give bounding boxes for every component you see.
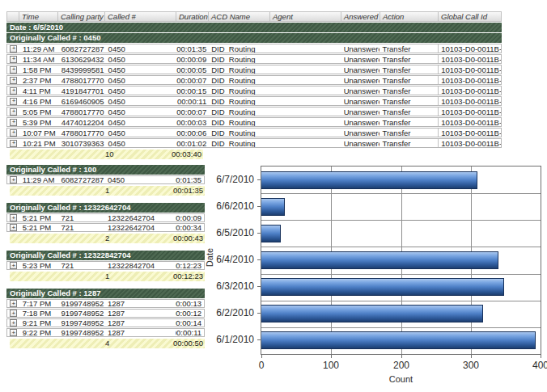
- expand-cell: +: [7, 176, 20, 183]
- cell-called: 12322642704: [105, 224, 176, 231]
- cell-time: 11:29 AM: [20, 176, 59, 183]
- column-header-agent: Agent: [270, 11, 341, 22]
- expand-cell: +: [7, 97, 20, 105]
- expand-row-button[interactable]: +: [10, 56, 17, 63]
- date-group-label: Date : 6/5/2010: [10, 23, 63, 32]
- expand-cell: +: [7, 76, 20, 84]
- table-row: +9:22 PM9199748952128700:00:11: [6, 328, 205, 337]
- expand-cell: +: [7, 319, 20, 327]
- chart-bar: [261, 251, 498, 269]
- expand-cell: +: [7, 55, 20, 63]
- cell-action: Transfer: [380, 86, 438, 95]
- cell-called: 1287: [105, 319, 176, 327]
- expand-row-button[interactable]: +: [10, 87, 17, 95]
- group-summary-row: 100:01:35: [10, 186, 205, 196]
- table-row: +11:34 AM6130629432045000:00:09DID_Routi…: [6, 54, 502, 64]
- table-row: +5:21 PM7211232264270400:00:34: [6, 223, 205, 232]
- cell-answered: Unanswered: [341, 139, 380, 147]
- table-row: +1:58 PM8439999581045000:00:05DID_Routin…: [6, 65, 502, 74]
- cell-action: Transfer: [380, 139, 438, 147]
- cell-time: 2:37 PM: [20, 76, 59, 84]
- column-header-acd-name: ACD Name: [209, 11, 270, 22]
- expand-row-button[interactable]: +: [10, 108, 17, 116]
- y-axis-tick: [257, 259, 261, 260]
- expand-cell: +: [7, 129, 20, 137]
- expand-row-button[interactable]: +: [10, 329, 17, 336]
- expand-row-button[interactable]: +: [10, 77, 17, 84]
- table-row: +5:39 PM4474012204045000:00:03DID_Routin…: [6, 117, 502, 127]
- table-row: +5:05 PM4788017770045000:00:07DID_Routin…: [6, 107, 502, 116]
- call-table: TimeCalling party #Called #DurationACD N…: [6, 11, 502, 159]
- cell-called: 0450: [106, 55, 177, 63]
- column-header-answered: Answered: [341, 11, 380, 22]
- expand-row-button[interactable]: +: [10, 140, 17, 147]
- cell-called: 1287: [105, 300, 176, 307]
- cell-answered: Unanswered: [341, 97, 380, 105]
- cell-called: 0450: [106, 139, 177, 147]
- cell-calling: 9199748952: [58, 319, 105, 327]
- expand-cell: +: [7, 329, 20, 336]
- report-section: Originally Called # : 12322642704+5:21 P…: [6, 203, 205, 243]
- expand-row-button[interactable]: +: [10, 224, 17, 231]
- cell-agent: [270, 118, 341, 126]
- cell-called: 0450: [106, 107, 177, 116]
- cell-calling: 3010739363: [59, 139, 106, 147]
- cell-called: 1287: [105, 329, 176, 336]
- cell-action: Transfer: [380, 118, 438, 126]
- expand-row-button[interactable]: +: [10, 300, 17, 307]
- report-section: Originally Called # : 12322842704+5:23 P…: [6, 251, 205, 281]
- call-detail-report: TimeCalling party #Called #DurationACD N…: [0, 0, 547, 392]
- cell-time: 9:21 PM: [20, 319, 59, 327]
- expand-row-button[interactable]: +: [10, 319, 17, 327]
- cell-calling: 721: [58, 214, 105, 221]
- expand-row-button[interactable]: +: [10, 119, 17, 126]
- cell-global-id: 10103-D0-0011B-773: [438, 97, 501, 105]
- cell-acd: DID_Routing: [209, 107, 270, 116]
- summary-call-count: 4: [105, 339, 109, 348]
- cell-calling: 4788017770: [59, 76, 106, 84]
- cell-time: 7:17 PM: [20, 300, 59, 307]
- cell-time: 11:29 AM: [20, 44, 59, 53]
- table-row: +4:11 PM4191847701045000:00:15DID_Routin…: [6, 86, 502, 95]
- cell-action: Transfer: [380, 107, 438, 116]
- cell-duration: 00:00:07: [176, 107, 209, 116]
- cell-agent: [270, 65, 341, 74]
- expand-row-button[interactable]: +: [10, 214, 17, 221]
- cell-agent: [270, 107, 341, 116]
- cell-duration: 00:00:11: [176, 329, 204, 336]
- chart-bar: [261, 171, 477, 189]
- cell-duration: 00:12:23: [176, 262, 204, 269]
- x-axis-tick-label: 300: [453, 360, 489, 371]
- expand-cell: +: [7, 44, 20, 53]
- expand-row-button[interactable]: +: [10, 176, 17, 183]
- expand-cell: +: [7, 118, 20, 126]
- cell-global-id: 10103-D0-0011B-778: [438, 118, 501, 126]
- y-axis-tick: [257, 286, 261, 287]
- y-axis-category-label: 6/5/2010: [209, 227, 254, 238]
- cell-calling: 4191847701: [59, 86, 106, 95]
- expand-cell: +: [7, 107, 20, 116]
- group-header-label: Originally Called # : 0450: [10, 33, 100, 42]
- cell-duration: 00:00:05: [176, 65, 209, 74]
- column-header-action: Action: [380, 11, 439, 22]
- cell-calling: 721: [58, 224, 105, 231]
- cell-acd: DID_Routing: [209, 65, 270, 74]
- expand-row-button[interactable]: +: [10, 129, 17, 137]
- group-header-0450: Originally Called # : 0450: [6, 33, 502, 43]
- cell-calling: 4788017770: [59, 107, 106, 116]
- cell-time: 4:11 PM: [20, 86, 59, 95]
- table-row: +2:37 PM4788017770045000:00:07DID_Routin…: [6, 75, 502, 85]
- cell-time: 9:22 PM: [20, 329, 59, 336]
- x-axis-tick: [261, 355, 262, 358]
- expand-row-button[interactable]: +: [10, 262, 17, 269]
- chart-gridline-horizontal: [261, 220, 541, 221]
- expand-row-button[interactable]: +: [10, 98, 17, 105]
- expand-row-button[interactable]: +: [10, 310, 17, 317]
- expand-row-button[interactable]: +: [10, 66, 17, 74]
- report-section: Originally Called # : 1287+7:17 PM919974…: [6, 289, 205, 348]
- cell-agent: [270, 129, 341, 137]
- expand-row-button[interactable]: +: [10, 45, 17, 53]
- cell-action: Transfer: [380, 129, 438, 137]
- expand-cell: +: [7, 300, 20, 307]
- cell-action: Transfer: [380, 55, 438, 63]
